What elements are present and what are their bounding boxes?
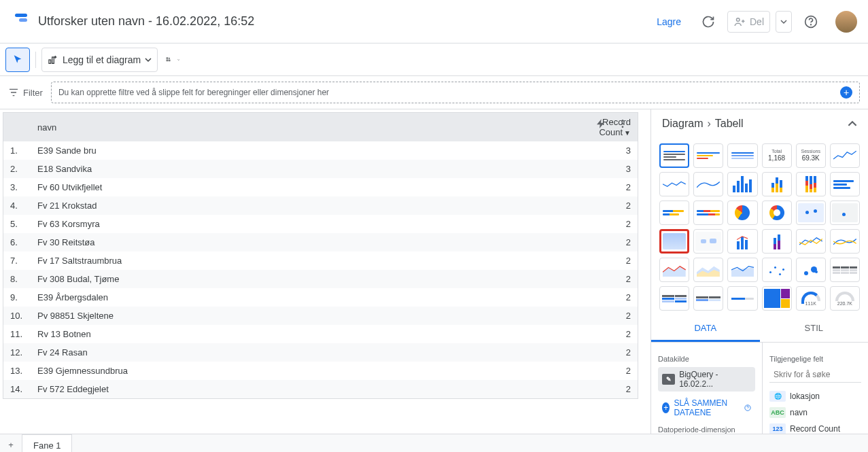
filter-drop-zone[interactable]: Du kan opprette filtre ved å slippe felt… bbox=[51, 82, 860, 103]
chart-type-column[interactable] bbox=[727, 172, 757, 196]
help-button[interactable] bbox=[797, 8, 824, 35]
table-row[interactable]: 12.Fv 24 Rasan2 bbox=[3, 343, 638, 362]
table-row[interactable]: 10.Pv 98851 Skjeltene2 bbox=[3, 307, 638, 325]
chart-type-gauge[interactable]: 111K bbox=[796, 286, 826, 311]
chart-type-stacked-area[interactable] bbox=[693, 258, 723, 282]
crumb-leaf[interactable]: Tabell bbox=[715, 118, 744, 130]
table-row[interactable]: 13.E39 Gjemnessundbrua2 bbox=[3, 362, 638, 380]
share-dropdown-button[interactable] bbox=[776, 11, 792, 33]
chart-type-donut[interactable] bbox=[762, 201, 792, 225]
chart-type-bar[interactable] bbox=[830, 172, 860, 196]
daterange-label: Datoperiode-dimensjon bbox=[658, 425, 755, 434]
svg-rect-5 bbox=[167, 57, 168, 58]
chart-type-table-bars[interactable] bbox=[693, 143, 723, 168]
field-type-icon: ABC bbox=[769, 407, 786, 418]
chart-type-stacked-combo[interactable] bbox=[762, 229, 792, 254]
add-chart-label: Legg til et diagram bbox=[63, 54, 141, 65]
data-table: navn Record Count▼ 1.E39 Sande bru32.E18… bbox=[3, 113, 638, 398]
svg-point-2 bbox=[811, 24, 812, 24]
help-icon bbox=[744, 403, 751, 413]
app-logo bbox=[11, 14, 27, 30]
document-title[interactable]: Utforsker uten navn - 16.02.2022, 16:52 bbox=[38, 14, 648, 29]
chart-type-combo[interactable] bbox=[727, 229, 757, 254]
tab-style[interactable]: STIL bbox=[760, 316, 869, 342]
chart-type-scatter[interactable] bbox=[762, 258, 792, 282]
user-avatar[interactable] bbox=[835, 11, 857, 33]
chart-type-smoothed-line[interactable] bbox=[693, 172, 723, 196]
chart-type-stacked-column[interactable] bbox=[762, 172, 792, 196]
chart-type-pivot-heatmap[interactable] bbox=[693, 286, 723, 311]
add-control-button[interactable] bbox=[160, 48, 185, 72]
table-row[interactable]: 5.Fv 63 Korsmyra2 bbox=[3, 215, 638, 233]
add-chart-button[interactable]: Legg til et diagram bbox=[41, 48, 158, 72]
add-page-button[interactable]: + bbox=[0, 434, 22, 453]
table-row[interactable]: 4.Fv 21 Krokstad2 bbox=[3, 196, 638, 215]
chart-type-pivot[interactable] bbox=[830, 258, 860, 282]
filter-label[interactable]: Filter bbox=[8, 87, 43, 98]
chart-type-geo-map-outline[interactable] bbox=[830, 201, 860, 225]
person-add-icon bbox=[733, 16, 746, 28]
table-row[interactable]: 1.E39 Sande bru3 bbox=[3, 141, 638, 160]
crumb-root[interactable]: Diagram bbox=[662, 118, 703, 130]
fields-search[interactable] bbox=[769, 367, 861, 383]
chart-type-table-heatmap[interactable] bbox=[727, 143, 757, 168]
datasource-chip[interactable]: ✎ BigQuery - 16.02.2... bbox=[658, 367, 755, 392]
filter-icon bbox=[8, 87, 19, 98]
svg-rect-4 bbox=[52, 57, 54, 63]
chart-type-treemap[interactable] bbox=[762, 286, 792, 311]
chart-type-pivot-bars[interactable] bbox=[659, 286, 689, 311]
chart-type-filled-map[interactable] bbox=[659, 229, 689, 254]
table-row[interactable]: 11.Rv 13 Botnen2 bbox=[3, 325, 638, 343]
canvas[interactable]: navn Record Count▼ 1.E39 Sande bru32.E18… bbox=[0, 109, 650, 434]
chart-type-pie[interactable] bbox=[727, 201, 757, 225]
table-row[interactable]: 2.E18 Sandvika3 bbox=[3, 160, 638, 178]
quick-insights-button[interactable] bbox=[591, 114, 610, 133]
svg-rect-3 bbox=[49, 60, 51, 63]
chart-type-line[interactable] bbox=[796, 229, 826, 254]
chart-type-table[interactable] bbox=[659, 143, 689, 168]
chart-type-scorecard-compact[interactable]: Sessions69.3K bbox=[796, 143, 826, 168]
save-button[interactable]: Lagre bbox=[648, 11, 689, 33]
table-row[interactable]: 6.Fv 30 Reitstøa2 bbox=[3, 233, 638, 251]
add-filter-icon[interactable]: + bbox=[840, 86, 852, 99]
chart-type-sparkline[interactable] bbox=[659, 172, 689, 196]
share-button[interactable]: Del bbox=[727, 11, 770, 33]
select-tool-button[interactable] bbox=[5, 48, 30, 72]
fields-search-input[interactable] bbox=[774, 370, 868, 379]
chart-type-bubble[interactable] bbox=[796, 258, 826, 282]
chart-type-geo-world[interactable] bbox=[693, 229, 723, 254]
chart-type-stacked-bar[interactable] bbox=[659, 201, 689, 225]
chevron-down-icon bbox=[145, 56, 152, 63]
table-row[interactable]: 8.Fv 308 Budal, Tjøme2 bbox=[3, 270, 638, 288]
col-index[interactable] bbox=[3, 113, 31, 141]
chevron-down-icon bbox=[780, 18, 787, 25]
chart-type-100-stacked-area[interactable] bbox=[727, 258, 757, 282]
table-row[interactable]: 14.Fv 572 Eddegjelet2 bbox=[3, 380, 638, 398]
table-row[interactable]: 7.Fv 17 Saltstraumbrua2 bbox=[3, 251, 638, 270]
field-item[interactable]: 123Record Count bbox=[769, 421, 861, 434]
chart-type-scorecard[interactable]: Total1,168 bbox=[762, 143, 792, 168]
chart-type-100-stacked-column[interactable] bbox=[796, 172, 826, 196]
table-row[interactable]: 3.Fv 60 Utvikfjellet2 bbox=[3, 178, 638, 196]
table-row[interactable]: 9.E39 Årbergsdalen2 bbox=[3, 288, 638, 307]
tab-data[interactable]: DATA bbox=[651, 316, 760, 342]
page-tab-1[interactable]: Fane 1 bbox=[22, 434, 72, 453]
chart-type-100-stacked-bar[interactable] bbox=[693, 201, 723, 225]
more-options-button[interactable] bbox=[613, 114, 632, 133]
refresh-button[interactable] bbox=[695, 8, 722, 35]
col-name[interactable]: navn bbox=[31, 113, 570, 141]
datasource-label: Datakilde bbox=[658, 355, 755, 363]
svg-rect-6 bbox=[167, 60, 168, 61]
collapse-icon[interactable] bbox=[848, 119, 857, 128]
panel-tabs: DATA STIL bbox=[651, 316, 868, 343]
chart-type-area[interactable] bbox=[659, 258, 689, 282]
field-item[interactable]: ABCnavn bbox=[769, 404, 861, 421]
chart-type-timeseries[interactable] bbox=[830, 143, 860, 168]
table-chart[interactable]: navn Record Count▼ 1.E39 Sande bru32.E18… bbox=[3, 112, 638, 399]
merge-data-button[interactable]: + SLÅ SAMMEN DATAENE bbox=[658, 396, 755, 420]
chart-type-smoothed-multi-line[interactable] bbox=[830, 229, 860, 254]
field-item[interactable]: 🌐lokasjon bbox=[769, 388, 861, 404]
chart-type-bullet[interactable] bbox=[727, 286, 757, 311]
chart-type-gauge-2[interactable]: 220.7K bbox=[830, 286, 860, 311]
chart-type-geo-map[interactable] bbox=[796, 201, 826, 225]
